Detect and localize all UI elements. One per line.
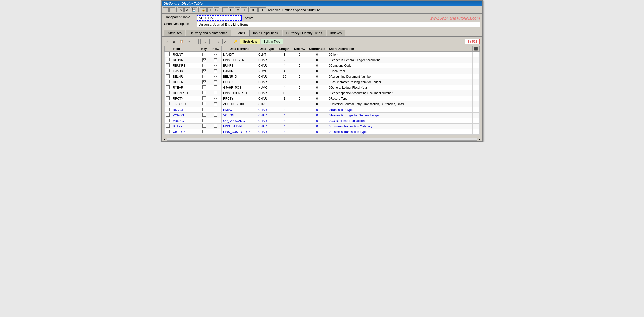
decimal: 0 bbox=[292, 90, 307, 96]
tab-currency[interactable]: Currency/Quantity Fields bbox=[283, 30, 326, 36]
length: 1 bbox=[277, 96, 292, 101]
move-button[interactable]: ↕ bbox=[193, 39, 199, 44]
init-checkbox: ✓ bbox=[209, 63, 222, 68]
transparent-table-label: Transparent Table bbox=[164, 15, 197, 21]
print-button[interactable]: ▤ bbox=[235, 7, 240, 12]
decimal: 0 bbox=[292, 101, 307, 107]
copy-button[interactable]: ⧉ bbox=[171, 39, 177, 44]
row-selector[interactable] bbox=[165, 113, 171, 118]
tab-attributes[interactable]: Attributes bbox=[164, 30, 185, 36]
row-selector[interactable] bbox=[165, 63, 171, 68]
data-element: RMVCT bbox=[222, 107, 257, 113]
data-element: FINS_LEDGER bbox=[222, 57, 257, 63]
row-selector[interactable] bbox=[165, 124, 171, 129]
short-description: 0Client bbox=[327, 52, 473, 57]
sort-button[interactable]: ↕↓ bbox=[214, 7, 219, 12]
length: 0 bbox=[277, 101, 292, 107]
tab-delivery[interactable]: Delivery and Maintenance bbox=[186, 30, 231, 36]
short-description: 0Fiscal Year bbox=[327, 68, 473, 74]
init-checkbox: ✓ bbox=[209, 57, 222, 63]
row-selector[interactable] bbox=[165, 90, 171, 96]
coordinate: 0 bbox=[307, 96, 327, 101]
delete-row-button[interactable]: ✕ bbox=[164, 39, 170, 44]
help-grid-button[interactable]: ⊞⊞ bbox=[250, 7, 258, 12]
sort-desc-button[interactable]: ↓ bbox=[216, 39, 221, 44]
key-checkbox bbox=[199, 96, 209, 101]
coordinate: 0 bbox=[307, 124, 327, 129]
short-description: 0CO Business Transaction bbox=[327, 118, 473, 124]
coordinate: 0 bbox=[307, 68, 327, 74]
srch-help-button[interactable]: Srch Help bbox=[240, 39, 260, 44]
tab-fields[interactable]: Fields bbox=[232, 30, 249, 36]
row-selector[interactable] bbox=[165, 101, 171, 107]
row-selector[interactable] bbox=[165, 52, 171, 57]
sep4 bbox=[248, 7, 249, 12]
refresh-button[interactable]: ⟳ bbox=[184, 7, 190, 12]
col-coordinate: Coordinate bbox=[307, 46, 327, 52]
filter-button[interactable]: ▽ bbox=[203, 39, 208, 44]
horizontal-scrollbar[interactable] bbox=[167, 138, 477, 141]
short-description: 0Ledger specific Accounting Document Num… bbox=[327, 90, 473, 96]
col-short-desc: Short Description bbox=[327, 46, 473, 52]
tab-inputhelp[interactable]: Input Help/Check bbox=[249, 30, 282, 36]
row-selector[interactable] bbox=[165, 107, 171, 113]
decimal: 0 bbox=[292, 74, 307, 79]
lock-button[interactable]: 🔒 bbox=[200, 7, 207, 12]
coordinate: 0 bbox=[307, 118, 327, 124]
decimal: 0 bbox=[292, 85, 307, 90]
field-name: DOCLN bbox=[171, 79, 199, 85]
row-selector[interactable] bbox=[165, 68, 171, 74]
row-selector[interactable] bbox=[165, 57, 171, 63]
cmd-button[interactable]: ↕ bbox=[207, 7, 213, 12]
length: 4 bbox=[277, 129, 292, 135]
row-selector[interactable] bbox=[165, 118, 171, 124]
table-status: Active bbox=[245, 16, 253, 20]
decimal: 0 bbox=[292, 68, 307, 74]
data-type: CHAR bbox=[257, 124, 277, 129]
help-grid2-button[interactable]: ⊟⊟ bbox=[258, 7, 266, 12]
key-checkbox bbox=[199, 124, 209, 129]
edit-button[interactable]: ✎ bbox=[178, 7, 184, 12]
data-type: CHAR bbox=[257, 90, 277, 96]
row-selector[interactable] bbox=[165, 85, 171, 90]
field-name: RBUKRS bbox=[171, 63, 199, 68]
window-title: Dictionary: Display Table bbox=[164, 2, 203, 5]
paste-button[interactable]: 📋 bbox=[178, 39, 185, 44]
row-end bbox=[473, 118, 480, 124]
coordinate: 0 bbox=[307, 79, 327, 85]
col-data-element: Data element bbox=[222, 46, 257, 52]
description-input[interactable]: Universal Journal Entry Line Items bbox=[197, 22, 480, 27]
data-element: BELNR_D bbox=[222, 74, 257, 79]
row-selector[interactable] bbox=[165, 129, 171, 135]
init-checkbox bbox=[209, 118, 222, 124]
table-name-input[interactable]: ACDOCA bbox=[197, 15, 242, 21]
length: 4 bbox=[277, 118, 292, 124]
length: 4 bbox=[277, 68, 292, 74]
row-selector[interactable] bbox=[165, 79, 171, 85]
tab-indexes[interactable]: Indexes bbox=[327, 30, 346, 36]
cut-button[interactable]: ✂ bbox=[186, 39, 192, 44]
row-selector[interactable] bbox=[165, 74, 171, 79]
page-counter: 1 / 521 bbox=[465, 39, 480, 44]
row-end bbox=[473, 79, 480, 85]
field-name: VRGNG bbox=[171, 118, 199, 124]
metadata-area: Transparent Table ACDOCA Active Short De… bbox=[162, 14, 482, 29]
data-element: FINS_DOCNR_LD bbox=[222, 90, 257, 96]
save-button[interactable]: 💾 bbox=[191, 7, 197, 12]
row-selector[interactable] bbox=[165, 96, 171, 101]
tree2-button[interactable]: ⊟ bbox=[229, 7, 234, 12]
info-button[interactable]: ℹ bbox=[241, 7, 247, 12]
row-end bbox=[473, 96, 480, 101]
tree1-button[interactable]: ⊞ bbox=[222, 7, 228, 12]
forward-button[interactable]: → bbox=[169, 7, 175, 12]
decimal: 0 bbox=[292, 79, 307, 85]
data-type: CLNT bbox=[257, 52, 277, 57]
field-name: GJAHR bbox=[171, 68, 199, 74]
back-button[interactable]: ← bbox=[163, 7, 169, 12]
init-checkbox: ✓ bbox=[209, 79, 222, 85]
sort-asc-button[interactable]: ↑ bbox=[209, 39, 215, 44]
col-length: Length bbox=[277, 46, 292, 52]
expand-button[interactable]: △ bbox=[222, 39, 228, 44]
key-button[interactable]: 🔑 bbox=[232, 39, 239, 44]
built-in-type-button[interactable]: Built-In Type bbox=[261, 39, 283, 44]
